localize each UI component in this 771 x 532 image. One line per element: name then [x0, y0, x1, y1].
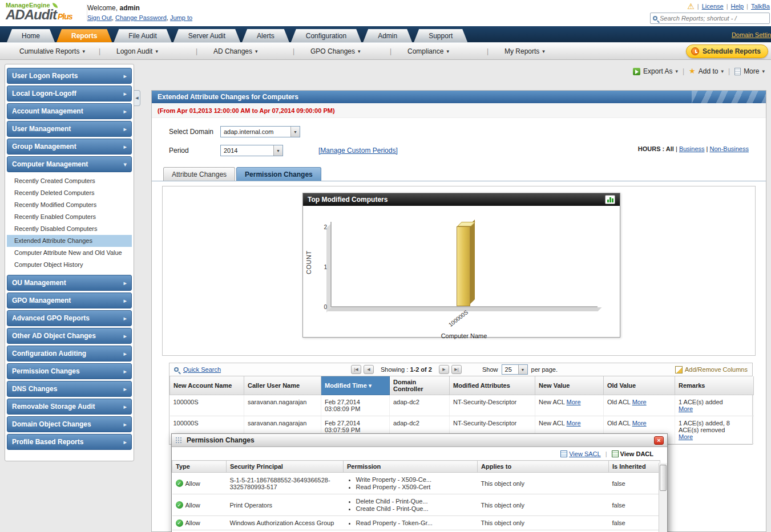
period-select[interactable]: 2014 ▼: [220, 145, 283, 156]
first-page-button[interactable]: |◀: [351, 365, 361, 374]
permission-row[interactable]: ✓Allow Windows Authorization Access Grou…: [172, 516, 660, 530]
warning-icon[interactable]: ⚠: [687, 3, 695, 10]
col-security-principal[interactable]: Security Principal: [227, 461, 344, 473]
sidebar-item-recently-deleted-computers[interactable]: Recently Deleted Computers: [7, 187, 132, 199]
sidebar-item-recently-modified-computers[interactable]: Recently Modified Computers: [7, 199, 132, 211]
popup-scrollbar[interactable]: [659, 463, 667, 532]
col-caller-user-name[interactable]: Caller User Name: [244, 376, 321, 395]
new-acl-more-link[interactable]: More: [567, 399, 581, 405]
menu-item[interactable]: Compliance ▾: [407, 47, 504, 55]
sidebar-item-extended-attribute-changes[interactable]: Extended Attribute Changes: [7, 235, 132, 247]
sign-out-link[interactable]: Sign Out: [87, 14, 112, 21]
jump-to-link[interactable]: Jump to: [170, 14, 192, 21]
export-as-button[interactable]: Export As ▾: [633, 67, 678, 75]
col-old-value[interactable]: Old Value: [604, 376, 675, 395]
tab-support[interactable]: Support: [414, 29, 467, 42]
menu-item[interactable]: AD Changes ▾: [213, 47, 310, 55]
tab-file-audit[interactable]: File Audit: [114, 29, 171, 42]
col-applies-to[interactable]: Applies to: [478, 461, 609, 473]
col-new-account-name[interactable]: New Account Name: [170, 376, 244, 395]
tab-attribute-changes[interactable]: Attribute Changes: [163, 167, 235, 181]
col-remarks[interactable]: Remarks: [675, 376, 754, 395]
report-search[interactable]: [650, 13, 770, 24]
menu-item[interactable]: GPO Changes ▾: [310, 47, 407, 55]
add-remove-columns-button[interactable]: Add/Remove Columns: [675, 366, 748, 373]
menu-item[interactable]: Logon Audit ▾: [116, 47, 213, 55]
col-modified-time[interactable]: Modified Time ▾: [321, 376, 390, 395]
sidebar-section[interactable]: GPO Management ▸: [7, 293, 132, 308]
drag-handle-icon[interactable]: [175, 437, 183, 444]
tab-admin[interactable]: Admin: [363, 29, 412, 42]
menu-item[interactable]: Cumulative Reports ▾: [19, 47, 116, 55]
remarks-more-link[interactable]: More: [679, 433, 693, 440]
old-acl-more-link[interactable]: More: [632, 420, 647, 427]
sidebar-collapse-handle[interactable]: ◀: [134, 90, 140, 106]
sidebar-section-computer-management[interactable]: Computer Management ▾: [7, 156, 132, 172]
col-domain-controller[interactable]: Domain Controller: [390, 376, 450, 395]
chart-type-icon[interactable]: [605, 195, 615, 204]
sidebar-section[interactable]: Advanced GPO Reports ▸: [7, 310, 132, 326]
page-size-select[interactable]: 25 ▼: [502, 364, 528, 375]
sidebar-section[interactable]: DNS Changes ▸: [7, 381, 132, 397]
col-type[interactable]: Type: [172, 461, 227, 473]
col-permission[interactable]: Permission: [344, 461, 478, 473]
hours-business-link[interactable]: Business: [679, 145, 705, 152]
view-dacl-link[interactable]: View DACL: [612, 450, 653, 457]
tab-server-audit[interactable]: Server Audit: [173, 29, 240, 42]
permission-row[interactable]: ✓Allow Print Operators Delete Child - Pr…: [172, 494, 660, 516]
sidebar-section[interactable]: Permission Changes ▸: [7, 363, 132, 379]
manage-custom-periods-link[interactable]: [Manage Custom Periods]: [318, 147, 398, 155]
domain-settings-link[interactable]: Domain Settin: [732, 31, 771, 38]
next-page-button[interactable]: ▶: [439, 365, 449, 374]
prev-page-button[interactable]: ◀: [364, 365, 374, 374]
sidebar-section[interactable]: Configuration Auditing ▸: [7, 346, 132, 362]
tab-alerts[interactable]: Alerts: [242, 29, 289, 42]
menu-item[interactable]: My Reports ▾: [504, 47, 602, 55]
change-password-link[interactable]: Change Password: [115, 14, 167, 21]
view-sacl-link[interactable]: View SACL: [560, 450, 600, 457]
scrollbar-thumb[interactable]: [660, 465, 667, 491]
table-row[interactable]: 100000S saravanan.nagarajan Feb 27,2014 …: [170, 395, 754, 416]
sidebar-section[interactable]: OU Management ▸: [7, 275, 132, 291]
sidebar-section[interactable]: User Logon Reports ▸: [7, 68, 132, 84]
hours-non-business-link[interactable]: Non-Business: [710, 145, 749, 152]
col-is-inherited[interactable]: Is Inherited: [609, 461, 660, 473]
tab-reports[interactable]: Reports: [56, 29, 112, 42]
sidebar-item-recently-created-computers[interactable]: Recently Created Computers: [7, 175, 132, 187]
sidebar-section[interactable]: Removable Storage Audit ▸: [7, 399, 132, 415]
adaudit-logo[interactable]: ManageEngine ADAuditPlus: [6, 2, 72, 23]
sidebar-item-recently-enabled-computers[interactable]: Recently Enabled Computers: [7, 211, 132, 223]
more-button[interactable]: More ▾: [734, 67, 765, 75]
remarks-more-link[interactable]: More: [679, 405, 693, 412]
sidebar-section[interactable]: User Management ▸: [7, 121, 132, 137]
sidebar-section[interactable]: Profile Based Reports ▸: [7, 434, 132, 450]
old-acl-more-link[interactable]: More: [632, 399, 647, 405]
tab-permission-changes[interactable]: Permission Changes: [236, 167, 321, 181]
sidebar-item-recently-disabled-computers[interactable]: Recently Disabled Computers: [7, 223, 132, 235]
popup-title-bar[interactable]: Permission Changes ×: [172, 434, 667, 447]
tab-configuration[interactable]: Configuration: [291, 29, 361, 42]
search-input[interactable]: [660, 15, 767, 22]
sidebar-section[interactable]: Local Logon-Logoff ▸: [7, 86, 132, 101]
talkback-link[interactable]: TalkBa: [751, 3, 770, 10]
permission-row[interactable]: ✓Allow S-1-5-21-1867688552-3649366528-33…: [172, 473, 660, 494]
sidebar-section[interactable]: Account Management ▸: [7, 103, 132, 119]
license-link[interactable]: License: [702, 3, 724, 10]
close-icon[interactable]: ×: [654, 436, 664, 445]
help-link[interactable]: Help: [730, 3, 744, 10]
sidebar-section[interactable]: Other AD Object Changes ▸: [7, 328, 132, 344]
tab-home[interactable]: Home: [7, 29, 55, 42]
add-to-button[interactable]: ★ Add to ▾: [689, 67, 724, 75]
sidebar-item-computer-attribute-new-old[interactable]: Computer Attribute New and Old Value: [7, 247, 132, 259]
schedule-reports-button[interactable]: Schedule Reports: [686, 44, 768, 58]
sidebar-section[interactable]: Domain Object Changes ▸: [7, 416, 132, 432]
sidebar-section[interactable]: Group Management ▸: [7, 139, 132, 155]
domain-select[interactable]: adap.internal.com ▼: [220, 126, 300, 137]
last-page-button[interactable]: ▶|: [451, 365, 462, 374]
col-new-value[interactable]: New Value: [535, 376, 604, 395]
col-modified-attributes[interactable]: Modified Attributes: [450, 376, 535, 395]
sidebar-item-computer-object-history[interactable]: Computer Object History: [7, 259, 132, 271]
quick-search-link[interactable]: Quick Search: [174, 366, 221, 373]
chart-bar[interactable]: [457, 226, 470, 306]
new-acl-more-link[interactable]: More: [567, 420, 581, 427]
